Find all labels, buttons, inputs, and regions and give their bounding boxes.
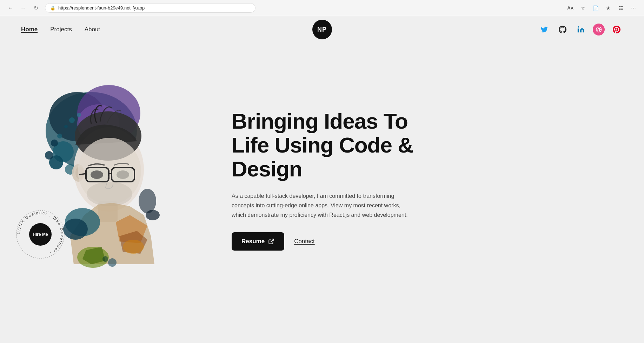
hero-description: As a capable full-stack developer, I am … xyxy=(232,191,414,220)
social-pinterest-link[interactable] xyxy=(610,23,623,36)
hero-actions: Resume Contact xyxy=(232,232,414,251)
svg-point-11 xyxy=(64,125,68,128)
collections-button[interactable]: ☷ xyxy=(616,3,626,13)
browser-tools: Aᴀ ☆ 📄 ★ ☷ ⋯ xyxy=(565,3,638,13)
text-size-button[interactable]: Aᴀ xyxy=(565,3,575,13)
svg-point-13 xyxy=(57,134,62,138)
url-text: https://resplendent-faun-b29e49.netlify.… xyxy=(58,5,145,11)
hero-title: Bringing Ideas To Life Using Code & Desi… xyxy=(232,109,414,181)
svg-point-38 xyxy=(108,258,117,267)
svg-point-0 xyxy=(578,26,579,28)
forward-button[interactable]: → xyxy=(18,3,28,13)
portrait-art: UI/UX Designer . Web Developer . Hire Me xyxy=(21,67,179,271)
social-dribbble-link[interactable] xyxy=(593,24,605,35)
browser-nav-buttons: ← → ↻ xyxy=(6,3,41,13)
hire-me-button[interactable]: Hire Me xyxy=(29,223,52,246)
contact-link[interactable]: Contact xyxy=(294,238,315,245)
social-linkedin-link[interactable] xyxy=(575,23,587,36)
website-content: Home Projects About NP xyxy=(0,16,644,343)
svg-point-12 xyxy=(77,113,81,117)
back-button[interactable]: ← xyxy=(6,3,15,13)
main-nav: Home Projects About NP xyxy=(0,16,644,43)
svg-line-44 xyxy=(271,239,274,242)
svg-point-28 xyxy=(91,170,103,179)
svg-point-21 xyxy=(87,182,132,206)
svg-point-29 xyxy=(117,170,129,179)
resume-button[interactable]: Resume xyxy=(232,232,284,251)
svg-point-10 xyxy=(69,117,75,123)
hero-content: Bringing Ideas To Life Using Code & Desi… xyxy=(204,109,414,251)
hero-image-area: UI/UX Designer . Web Developer . Hire Me xyxy=(21,67,204,292)
browser-extensions-button[interactable]: 📄 xyxy=(591,3,600,13)
hire-me-badge[interactable]: UI/UX Designer . Web Developer . Hire Me xyxy=(14,208,67,261)
social-github-link[interactable] xyxy=(556,23,569,36)
browser-chrome: ← → ↻ 🔒 https://resplendent-faun-b29e49.… xyxy=(0,0,644,16)
svg-point-14 xyxy=(51,140,58,147)
svg-point-9 xyxy=(45,151,53,160)
nav-links: Home Projects About xyxy=(21,26,100,33)
lock-icon: 🔒 xyxy=(50,6,55,11)
external-link-icon xyxy=(268,238,274,245)
address-bar[interactable]: 🔒 https://resplendent-faun-b29e49.netlif… xyxy=(45,3,255,13)
favorites-star-button[interactable]: ☆ xyxy=(578,3,588,13)
svg-point-32 xyxy=(63,219,88,240)
nav-logo[interactable]: NP xyxy=(312,20,332,39)
nav-home[interactable]: Home xyxy=(21,26,38,33)
more-menu-button[interactable]: ⋯ xyxy=(629,3,638,13)
refresh-button[interactable]: ↻ xyxy=(31,3,41,13)
nav-projects[interactable]: Projects xyxy=(50,26,72,33)
social-twitter-link[interactable] xyxy=(538,23,551,36)
svg-point-41 xyxy=(146,210,160,220)
nav-about[interactable]: About xyxy=(85,26,100,33)
hero-section: UI/UX Designer . Web Developer . Hire Me… xyxy=(0,43,644,324)
svg-point-39 xyxy=(102,256,108,262)
svg-point-40 xyxy=(139,189,156,213)
svg-point-37 xyxy=(123,240,144,254)
favorites-button[interactable]: ★ xyxy=(603,3,613,13)
nav-social-links xyxy=(538,23,623,36)
